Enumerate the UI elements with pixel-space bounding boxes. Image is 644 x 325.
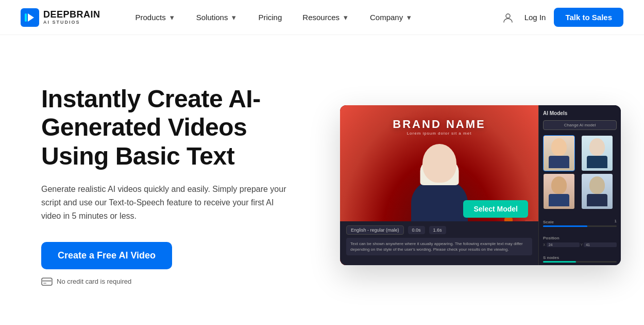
avatar-thumb-4[interactable]: [581, 173, 613, 209]
avatar-thumb-1[interactable]: [543, 135, 575, 171]
video-toolbar: English - regular (male) 0.0s 1.6s Text …: [340, 221, 538, 265]
hero-subtitle: Generate realistic AI videos quickly and…: [41, 183, 289, 223]
nav-resources[interactable]: Resources ▾: [292, 0, 360, 35]
nodes-slider: [543, 261, 617, 263]
svg-point-3: [506, 14, 510, 18]
video-main-area: BRAND NAME Lorem ipsum dolor sit a met: [340, 105, 538, 265]
language-selector[interactable]: English - regular (male): [346, 225, 404, 235]
thumb-face-3: [544, 174, 574, 209]
thumb-face-4: [582, 174, 613, 209]
thumb-face-1: [544, 136, 574, 171]
nodes-slider-track[interactable]: [543, 261, 617, 263]
chevron-down-icon: ▾: [405, 14, 413, 21]
pos-y-item: Y 41: [581, 242, 617, 247]
credit-card-icon: [41, 278, 53, 286]
video-preview: BRAND NAME Lorem ipsum dolor sit a met: [340, 105, 621, 265]
brand-name-overlay: BRAND NAME: [393, 118, 485, 131]
video-preview-section: BRAND NAME Lorem ipsum dolor sit a met: [340, 105, 621, 265]
nav-links: Products ▾ Solutions ▾ Pricing Resources…: [125, 0, 500, 35]
nodes-slider-fill: [543, 261, 576, 263]
chevron-down-icon: ▾: [168, 14, 176, 21]
scale-value: 1: [606, 219, 617, 223]
talk-to-sales-button[interactable]: Talk to Sales: [554, 8, 623, 27]
avatar-thumb-3[interactable]: [543, 173, 575, 209]
brand-name: DEEPBRAIN: [43, 10, 100, 19]
main-content: Instantly Create AI-Generated Videos Usi…: [0, 35, 644, 325]
nav-solutions[interactable]: Solutions ▾: [186, 0, 248, 35]
chevron-down-icon: ▾: [342, 14, 349, 21]
user-avatar-icon: [502, 12, 514, 23]
nav-pricing[interactable]: Pricing: [248, 0, 292, 35]
chevron-down-icon: ▾: [230, 14, 238, 21]
avatar-thumb-2[interactable]: [581, 135, 613, 171]
scale-slider-row: [543, 225, 617, 227]
svg-rect-2: [25, 13, 27, 22]
hero-title: Instantly Create AI-Generated Videos Usi…: [41, 85, 309, 170]
pos-x-value: 24: [547, 242, 580, 247]
pos-x-item: X 24: [543, 242, 580, 247]
nav-products[interactable]: Products ▾: [125, 0, 186, 35]
pos-x-label: X: [543, 243, 546, 247]
script-text-area[interactable]: Text can be shown anywhere where it usua…: [346, 238, 532, 255]
nodes-label: S nodes: [543, 255, 559, 260]
nav-company[interactable]: Company ▾: [360, 0, 423, 35]
brand-overlay: BRAND NAME Lorem ipsum dolor sit a met: [393, 118, 485, 136]
time-badge-1: 0.0s: [408, 226, 425, 234]
woman-head: [422, 144, 456, 183]
scale-slider[interactable]: [543, 225, 617, 227]
position-label: Position: [543, 236, 560, 240]
no-credit-card-notice: No credit card is required: [41, 278, 309, 286]
user-icon[interactable]: [500, 9, 516, 26]
time-badge-2: 1.6s: [429, 226, 446, 234]
avatar-thumbnails-grid: [543, 135, 617, 209]
deepbrain-logo-icon: [21, 8, 39, 27]
scale-section: Scale 1: [543, 216, 617, 227]
nav-right: Log In Talk to Sales: [500, 8, 623, 27]
position-grid: X 24 Y 41: [543, 242, 617, 247]
scale-label: Scale: [543, 220, 554, 224]
logo-text: DEEPBRAIN AI STUDIOS: [43, 10, 100, 25]
navbar: DEEPBRAIN AI STUDIOS Products ▾ Solution…: [0, 0, 644, 35]
nodes-section: S nodes: [543, 252, 617, 263]
scale-row: Scale 1: [543, 218, 617, 224]
position-section: Position X 24 Y 41: [543, 232, 617, 247]
select-model-button[interactable]: Select Model: [463, 200, 528, 218]
pos-y-value: 41: [584, 242, 617, 247]
svg-rect-6: [43, 283, 46, 284]
change-ai-model-button[interactable]: Change AI model: [543, 120, 617, 130]
scale-slider-fill: [543, 225, 587, 227]
thumb-face-2: [582, 136, 613, 171]
ai-models-panel: AI Models Change AI model: [538, 105, 621, 265]
pos-y-label: Y: [581, 243, 583, 247]
nodes-slider-row: S nodes: [543, 253, 617, 260]
toolbar-top: English - regular (male) 0.0s 1.6s: [346, 225, 532, 235]
panel-title: AI Models: [543, 109, 617, 117]
create-free-video-button[interactable]: Create a Free AI Video: [41, 242, 172, 269]
brand-subtitle-overlay: Lorem ipsum dolor sit a met: [393, 131, 485, 136]
svg-rect-5: [42, 280, 52, 282]
login-button[interactable]: Log In: [524, 13, 546, 22]
hero-section: Instantly Create AI-Generated Videos Usi…: [41, 85, 309, 286]
brand-sub: AI STUDIOS: [43, 20, 100, 25]
logo-link[interactable]: DEEPBRAIN AI STUDIOS: [21, 8, 100, 27]
